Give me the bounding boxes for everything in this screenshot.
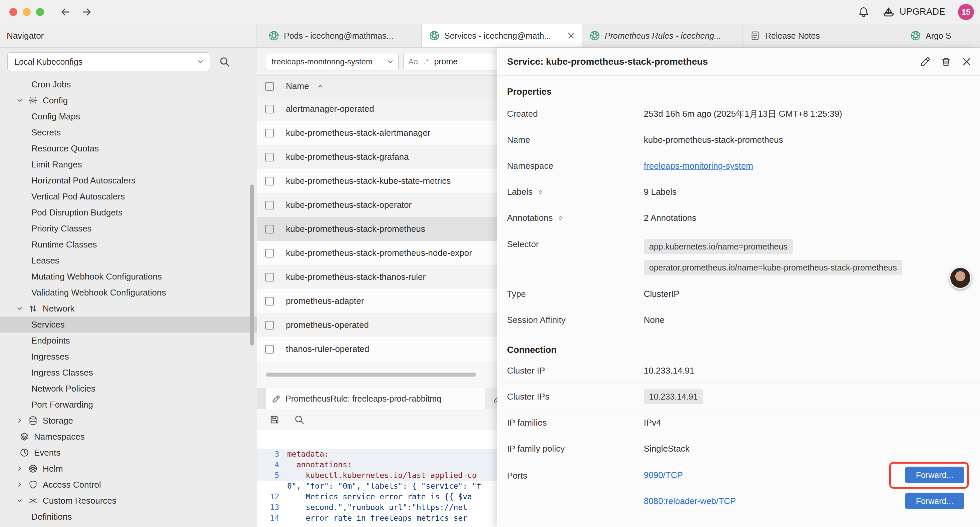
port-link-9090[interactable]: 9090/TCP — [644, 470, 683, 480]
notifications-bell-icon[interactable] — [858, 6, 870, 18]
close-window-button[interactable] — [10, 8, 18, 16]
row-checkbox[interactable] — [265, 273, 274, 282]
table-row[interactable]: thanos-ruler-operated — [257, 337, 497, 361]
row-checkbox[interactable] — [265, 153, 274, 161]
minimize-window-button[interactable] — [23, 8, 31, 16]
sidebar-item-ingresses[interactable]: Ingresses — [0, 349, 257, 365]
table-row[interactable]: kube-prometheus-stack-alertmanager — [257, 121, 497, 145]
sidebar-item-config-maps[interactable]: Config Maps — [0, 108, 257, 124]
zoom-window-button[interactable] — [36, 8, 44, 16]
sidebar-item-events[interactable]: Events — [0, 444, 257, 461]
expand-collapse-icon[interactable] — [537, 188, 544, 196]
tab-argo[interactable]: Argo S — [903, 24, 980, 47]
editor-tab-next-partial[interactable] — [485, 388, 497, 409]
namespaces-layers-icon — [19, 431, 29, 442]
row-checkbox[interactable] — [265, 321, 274, 330]
sidebar-item-access-control[interactable]: Access Control — [0, 477, 257, 493]
sidebar-item-priority-classes[interactable]: Priority Classes — [0, 220, 257, 236]
sidebar-item-endpoints[interactable]: Endpoints — [0, 333, 257, 349]
shield-icon — [28, 480, 38, 490]
kubeconfig-selector[interactable]: Local Kubeconfigs — [7, 53, 210, 71]
sidebar-item-namespaces[interactable]: Namespaces — [0, 428, 257, 444]
expand-collapse-icon[interactable] — [557, 215, 564, 222]
sort-ascending-icon[interactable] — [316, 83, 324, 91]
sidebar-item-vertical-pod-autoscalers[interactable]: Vertical Pod Autoscalers — [0, 188, 257, 204]
namespace-filter-select[interactable]: freeleaps-monitoring-system — [266, 53, 399, 70]
sidebar-item-cron-jobs[interactable]: Cron Jobs — [0, 76, 257, 92]
sidebar-item-secrets[interactable]: Secrets — [0, 124, 257, 140]
sidebar-item-config[interactable]: Config — [0, 92, 257, 108]
table-row[interactable]: kube-prometheus-stack-prometheus-node-ex… — [257, 241, 497, 265]
sidebar-item-definitions[interactable]: Definitions — [0, 509, 257, 525]
close-tab-icon[interactable] — [566, 31, 576, 40]
sidebar-item-custom-resources[interactable]: Custom Resources — [0, 493, 257, 509]
select-all-checkbox[interactable] — [265, 82, 274, 91]
property-row-created: Created 253d 16h 6m ago (2025年1月13日 GMT+… — [497, 101, 980, 127]
table-row[interactable]: prometheus-adapter — [257, 289, 497, 313]
name-column-header[interactable]: Name — [286, 81, 309, 91]
close-drawer-icon[interactable] — [961, 56, 973, 68]
row-checkbox[interactable] — [265, 297, 274, 306]
save-icon[interactable] — [269, 414, 280, 425]
forward-port-button[interactable]: Forward... — [905, 493, 964, 509]
table-row[interactable]: prometheus-operated — [257, 313, 497, 337]
sidebar-item-storage[interactable]: Storage — [0, 412, 257, 428]
table-search-box[interactable]: Aa .* — [403, 53, 497, 70]
code-line: 0", "for": "0m", "labels": { "service": … — [257, 481, 497, 491]
table-row-selected[interactable]: kube-prometheus-stack-prometheus — [257, 217, 497, 241]
port-link-8080[interactable]: 8080:reloader-web/TCP — [644, 496, 736, 506]
tab-pods[interactable]: Pods - icecheng@mathmas... — [261, 24, 422, 47]
sidebar-item-network-policies[interactable]: Network Policies — [0, 381, 257, 396]
sidebar-item-port-forwarding[interactable]: Port Forwarding — [0, 396, 257, 412]
row-checkbox[interactable] — [265, 201, 274, 209]
table-row[interactable]: kube-prometheus-stack-grafana — [257, 145, 497, 169]
tab-services[interactable]: Services - icecheng@math... — [422, 24, 582, 47]
forward-port-button[interactable]: Forward... — [905, 466, 964, 483]
row-checkbox[interactable] — [265, 225, 274, 234]
tab-release-notes[interactable]: Release Notes — [743, 24, 903, 47]
sidebar-item-pod-disruption-budgets[interactable]: Pod Disruption Budgets — [0, 204, 257, 220]
edit-pencil-icon[interactable] — [919, 56, 931, 68]
tab-prometheus-rules[interactable]: Prometheus Rules - icecheng... — [582, 24, 743, 47]
editor-dock-tabbar: PrometheusRule: freeleaps-prod-rabbitmq — [257, 388, 497, 409]
upgrade-label: UPGRADE — [900, 7, 945, 17]
regex-toggle[interactable]: .* — [423, 57, 429, 66]
sidebar-item-runtime-classes[interactable]: Runtime Classes — [0, 236, 257, 253]
sidebar-item-limit-ranges[interactable]: Limit Ranges — [0, 156, 257, 172]
table-header: Name — [257, 76, 497, 97]
table-row[interactable]: kube-prometheus-stack-thanos-ruler — [257, 265, 497, 289]
sidebar-item-services[interactable]: Services — [0, 317, 257, 333]
forward-button[interactable] — [81, 6, 93, 18]
sidebar-item-leases[interactable]: Leases — [0, 253, 257, 269]
match-case-toggle[interactable]: Aa — [408, 57, 418, 66]
search-icon[interactable] — [294, 414, 305, 425]
sidebar-item-ingress-classes[interactable]: Ingress Classes — [0, 365, 257, 381]
sidebar-item-mutating-webhook-configurations[interactable]: Mutating Webhook Configurations — [0, 269, 257, 285]
row-checkbox[interactable] — [265, 249, 274, 258]
kubernetes-icon — [910, 30, 921, 41]
row-checkbox[interactable] — [265, 105, 274, 113]
back-button[interactable] — [59, 6, 72, 18]
sidebar-item-horizontal-pod-autoscalers[interactable]: Horizontal Pod Autoscalers — [0, 172, 257, 188]
row-checkbox[interactable] — [265, 177, 274, 185]
horizontal-scrollbar-thumb[interactable] — [266, 373, 476, 377]
user-avatar[interactable] — [949, 267, 971, 289]
table-row[interactable]: kube-prometheus-stack-kube-state-metrics — [257, 169, 497, 193]
sidebar-scrollbar[interactable] — [250, 185, 254, 345]
row-checkbox[interactable] — [265, 345, 274, 353]
search-input[interactable] — [434, 57, 491, 66]
upgrade-button[interactable]: UPGRADE — [882, 6, 945, 18]
delete-trash-icon[interactable] — [940, 56, 952, 68]
yaml-editor[interactable]: 3metadata: 4 annotations: 5 kubectl.kube… — [257, 430, 497, 527]
row-checkbox[interactable] — [265, 129, 274, 137]
sidebar-item-resource-quotas[interactable]: Resource Quotas — [0, 140, 257, 156]
search-icon[interactable] — [219, 56, 230, 67]
namespace-link[interactable]: freeleaps-monitoring-system — [644, 161, 753, 171]
notification-count-badge[interactable]: 15 — [958, 4, 974, 20]
table-row[interactable]: alertmanager-operated — [257, 97, 497, 121]
sidebar-item-network[interactable]: Network — [0, 301, 257, 317]
sidebar-item-helm[interactable]: Helm — [0, 461, 257, 477]
table-row[interactable]: kube-prometheus-stack-operator — [257, 193, 497, 217]
editor-tab-prometheusrule[interactable]: PrometheusRule: freeleaps-prod-rabbitmq — [265, 388, 485, 409]
sidebar-item-validating-webhook-configurations[interactable]: Validating Webhook Configurations — [0, 285, 257, 301]
